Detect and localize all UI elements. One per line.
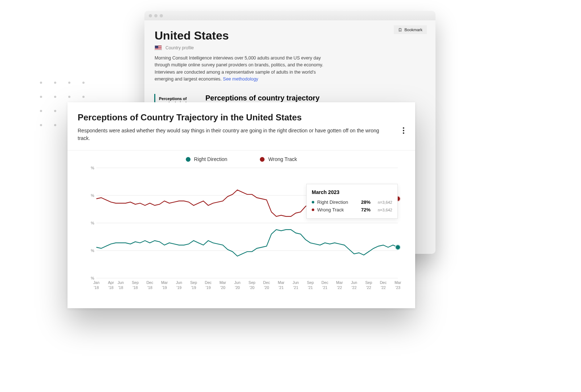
svg-text:Dec: Dec xyxy=(146,280,154,285)
svg-text:'21: '21 xyxy=(279,285,284,290)
svg-text:Mar: Mar xyxy=(336,280,343,285)
us-flag-icon xyxy=(155,45,162,50)
chart-area: 0%25%50%75%100%Jan'18Apr'18Jun'18Sep'18D… xyxy=(91,166,401,293)
profile-label: Country profile xyxy=(165,45,194,50)
window-titlebar xyxy=(144,11,435,20)
tooltip-row-wrong: Wrong Track 72% n=3,642 xyxy=(312,207,392,212)
svg-text:Jun: Jun xyxy=(234,280,241,285)
svg-text:Sep: Sep xyxy=(132,280,139,285)
svg-text:'21: '21 xyxy=(322,285,327,290)
svg-text:Jun: Jun xyxy=(351,280,357,285)
legend-swatch-wrong xyxy=(260,157,265,162)
svg-text:0%: 0% xyxy=(91,276,94,280)
chart-legend: Right Direction Wrong Track xyxy=(78,150,405,164)
svg-text:75%: 75% xyxy=(91,193,94,198)
tooltip-row-right: Right Direction 28% n=3,642 xyxy=(312,199,392,205)
svg-text:Jun: Jun xyxy=(118,280,124,285)
svg-text:'22: '22 xyxy=(381,285,386,290)
chart-panel: Perceptions of Country Trajectory in the… xyxy=(67,102,415,308)
svg-text:Dec: Dec xyxy=(205,280,212,285)
bookmark-label: Bookmark xyxy=(404,28,422,32)
tooltip-period: March 2023 xyxy=(312,189,392,195)
svg-text:'18: '18 xyxy=(133,285,138,290)
svg-text:'19: '19 xyxy=(206,285,211,290)
svg-text:'18: '18 xyxy=(109,285,114,290)
legend-swatch-right xyxy=(186,157,191,162)
bookmark-icon xyxy=(398,28,402,32)
svg-text:Mar: Mar xyxy=(278,280,285,285)
tooltip-n-wrong: n=3,642 xyxy=(373,208,392,212)
traffic-light-dot xyxy=(154,14,157,17)
svg-text:'23: '23 xyxy=(395,285,400,290)
svg-text:'20: '20 xyxy=(220,285,225,290)
tooltip-dot-right xyxy=(312,201,314,203)
traffic-light-dot xyxy=(160,14,163,17)
legend-label-right: Right Direction xyxy=(194,156,228,162)
legend-item-right[interactable]: Right Direction xyxy=(186,156,228,162)
svg-text:Dec: Dec xyxy=(322,280,329,285)
svg-text:'18: '18 xyxy=(118,285,123,290)
svg-text:Mar: Mar xyxy=(220,280,226,285)
tooltip-pct-right: 28% xyxy=(357,199,371,205)
svg-text:'21: '21 xyxy=(308,285,313,290)
svg-text:50%: 50% xyxy=(91,221,94,225)
chart-subtitle: Respondents were asked whether they woul… xyxy=(78,127,382,142)
legend-label-wrong: Wrong Track xyxy=(268,156,297,162)
profile-row: Country profile xyxy=(155,45,425,50)
svg-text:Mar: Mar xyxy=(161,280,168,285)
svg-text:'22: '22 xyxy=(352,285,357,290)
svg-text:'19: '19 xyxy=(191,285,196,290)
chart-tooltip: March 2023 Right Direction 28% n=3,642 W… xyxy=(306,184,398,219)
tooltip-label-right: Right Direction xyxy=(317,199,354,205)
svg-text:'20: '20 xyxy=(235,285,240,290)
svg-text:25%: 25% xyxy=(91,248,94,253)
svg-text:Sep: Sep xyxy=(307,280,314,285)
section-title: Perceptions of country trajectory xyxy=(205,94,425,102)
chart-title: Perceptions of Country Trajectory in the… xyxy=(78,112,405,123)
tooltip-pct-wrong: 72% xyxy=(357,207,371,212)
svg-text:'19: '19 xyxy=(162,285,167,290)
svg-text:'18: '18 xyxy=(94,285,99,290)
methodology-link[interactable]: See methodology xyxy=(223,77,258,82)
svg-text:Jun: Jun xyxy=(176,280,182,285)
svg-text:Apr: Apr xyxy=(108,280,114,285)
bookmark-button[interactable]: Bookmark xyxy=(394,25,427,34)
traffic-light-dot xyxy=(149,14,152,17)
tooltip-dot-wrong xyxy=(312,209,314,211)
svg-text:100%: 100% xyxy=(91,166,94,170)
svg-text:Jun: Jun xyxy=(292,280,299,285)
svg-text:'20: '20 xyxy=(264,285,269,290)
svg-text:'21: '21 xyxy=(293,285,298,290)
svg-text:'22: '22 xyxy=(366,285,371,290)
svg-text:Jan: Jan xyxy=(93,280,99,285)
svg-text:Mar: Mar xyxy=(394,280,401,285)
svg-text:'18: '18 xyxy=(147,285,152,290)
tooltip-n-right: n=3,642 xyxy=(373,200,392,205)
chart-menu-button[interactable] xyxy=(401,124,406,137)
svg-text:'20: '20 xyxy=(249,285,254,290)
svg-text:'22: '22 xyxy=(337,285,342,290)
svg-text:Sep: Sep xyxy=(249,280,255,285)
svg-point-55 xyxy=(396,246,399,249)
svg-text:Sep: Sep xyxy=(365,280,372,285)
svg-text:'19: '19 xyxy=(176,285,181,290)
legend-item-wrong[interactable]: Wrong Track xyxy=(260,156,297,162)
country-title: United States xyxy=(155,29,425,42)
tooltip-label-wrong: Wrong Track xyxy=(317,207,354,212)
svg-text:Sep: Sep xyxy=(190,280,197,285)
svg-text:Dec: Dec xyxy=(263,280,270,285)
svg-text:Dec: Dec xyxy=(380,280,387,285)
country-description: Morning Consult Intelligence interviews … xyxy=(155,55,325,83)
